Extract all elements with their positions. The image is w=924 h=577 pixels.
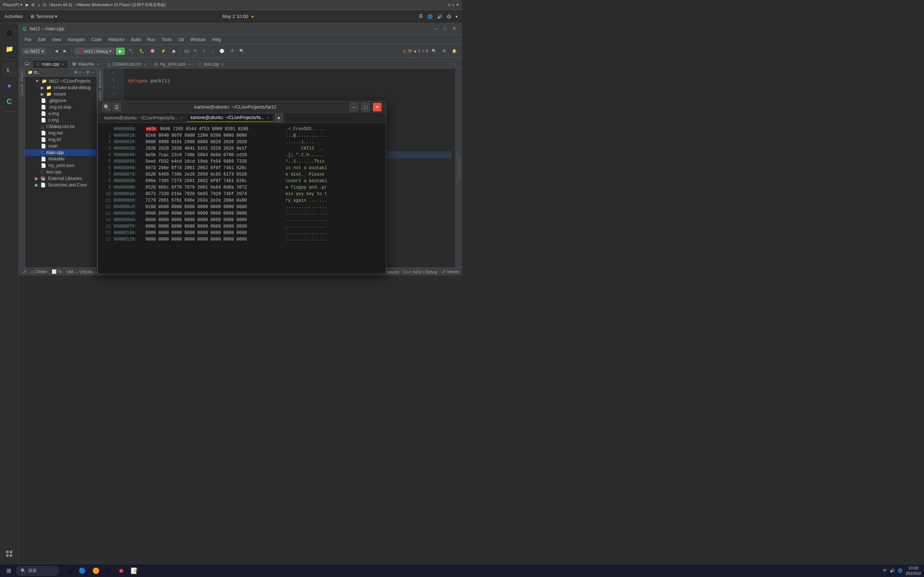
tab-makefile-close[interactable]: ✕ (96, 62, 99, 66)
tree-a-img[interactable]: 📄 a.img (25, 110, 97, 117)
dock-terminal[interactable]: $_ (2, 62, 16, 77)
terminal-tab-2[interactable]: kartone@ubuntu: ~/CLionProjects/fa... ✕ (187, 114, 273, 122)
lang-indicator[interactable]: 英 (419, 13, 423, 19)
git-search[interactable]: 🔍 (237, 48, 247, 55)
tab-more[interactable]: ⋮ (451, 61, 459, 68)
tab-asm[interactable]: ⊞ my_print.asm ✕ (150, 60, 195, 68)
menu-file[interactable]: File (22, 36, 34, 43)
terminal-maximize-btn[interactable]: □ (361, 103, 370, 111)
project-selector[interactable]: 🗂 fat12 ▾ (22, 48, 47, 55)
tab-test-close[interactable]: ✕ (221, 62, 224, 66)
git-rollback[interactable]: ↺ (228, 48, 236, 55)
menu-build[interactable]: Build (128, 36, 144, 43)
tab-test[interactable]: C test.cpp ✕ (195, 60, 228, 68)
terminal-menu-btn[interactable]: ☰ (112, 103, 121, 111)
git-update[interactable]: ✎ (192, 48, 199, 55)
close-btn[interactable]: ✕ (451, 26, 458, 31)
toolbar-settings[interactable]: ⚙ (440, 48, 448, 55)
tab-cmake[interactable]: △ CMakeLists.txt ✕ (103, 60, 150, 68)
dock-settings[interactable]: ⚙ (2, 26, 16, 40)
dock-files[interactable]: 📁 (2, 42, 16, 56)
tree-img-txt[interactable]: 📄 img.txt (25, 136, 97, 143)
debug-btn[interactable]: 🐛 (137, 48, 147, 55)
dock-chrome[interactable]: ● (2, 78, 16, 93)
menu-edit[interactable]: Edit (35, 36, 48, 43)
tree-fat12[interactable]: ▼ 📁 fat12 ~/CLionProjects (25, 78, 97, 84)
menu-run[interactable]: Run (144, 36, 158, 43)
tree-img-swp[interactable]: 📄 .img.txt.swp (25, 104, 97, 110)
scroll-indicator[interactable] (459, 157, 460, 179)
git-push[interactable]: ↑ (210, 48, 216, 55)
menu-navigate[interactable]: Navigate (65, 36, 88, 43)
git-icon[interactable]: ⎇ (22, 269, 26, 274)
toolbar-icon2[interactable]: ≡ (79, 70, 81, 75)
tab-main-cpp[interactable]: C main.cpp ✕ (32, 60, 68, 68)
menu-help[interactable]: Help (209, 36, 224, 43)
notifications[interactable]: 🔔 (450, 48, 459, 55)
terminal-tab-2-close[interactable]: ✕ (267, 116, 269, 120)
tab-cmake-close[interactable]: ✕ (143, 62, 146, 66)
terminal-content[interactable]: 00000000: eb3c 9046 7265 6544 4f53 0000 … (98, 123, 386, 274)
terminal-minimize-btn[interactable]: ─ (350, 103, 359, 111)
stop-btn[interactable]: ⏹ (170, 48, 178, 55)
toolbar-icon1[interactable]: ⊞ (74, 70, 77, 75)
coverage-btn[interactable]: 🎯 (148, 48, 157, 55)
terminal-tab-dropdown[interactable]: ▾ (275, 114, 283, 122)
tree-mount[interactable]: ▶ 📁 mount (25, 91, 97, 97)
tree-cmake-build[interactable]: ▶ 📁 cmake-build-debug (25, 84, 97, 91)
tab-makefile-icon: M (72, 62, 76, 67)
menu-icon[interactable]: ▾ (456, 14, 458, 19)
toolbar-icon3[interactable]: ↕ (82, 70, 85, 75)
git-commit[interactable]: ✓ (201, 48, 208, 55)
hex-bytes-0: eb3c 9046 7265 6544 4f53 0000 0201 0100 (145, 126, 283, 132)
toolbar-icon5[interactable]: ─ (91, 70, 94, 75)
dock-clion[interactable]: C (2, 94, 16, 108)
tree-ext-libs[interactable]: ▶ 📚 External Libraries (25, 175, 97, 182)
sidebar-toggle[interactable]: 🗂 (22, 58, 32, 68)
tree-cmake-lists[interactable]: △ CMakeLists.txt (25, 123, 97, 130)
project-label[interactable]: Project (19, 69, 24, 82)
terminal-btn[interactable]: 🖥 Terminal ▾ (30, 14, 57, 19)
activities-btn[interactable]: Activities (4, 14, 23, 19)
menu-view[interactable]: View (49, 36, 64, 43)
maximize-btn[interactable]: □ (442, 26, 448, 31)
terminal-search-btn[interactable]: 🔍 (102, 103, 111, 111)
run-button[interactable]: ▶ (116, 48, 125, 55)
terminal-btn[interactable]: ⬜ Te (52, 269, 62, 274)
tab-main-cpp-close[interactable]: ✕ (61, 62, 64, 66)
menu-code[interactable]: Code (89, 36, 105, 43)
tree-main-bin[interactable]: 📄 main (25, 143, 97, 149)
git-history[interactable]: 🕐 (217, 48, 227, 55)
minimize-btn[interactable]: ─ (433, 26, 439, 31)
tree-img-md[interactable]: 📄 img.md (25, 130, 97, 136)
tree-my-print[interactable]: 📄 my_print.asm (25, 162, 97, 169)
bookmarks-label[interactable]: Bookmarks (97, 69, 103, 89)
menu-window[interactable]: Window (187, 36, 208, 43)
tree-c-img[interactable]: 📄 c.img (25, 117, 97, 123)
menu-refactor[interactable]: Refactor (105, 36, 128, 43)
toolbar-icon4[interactable]: ⚙ (86, 70, 89, 75)
terminal-tab-1-close[interactable]: ✕ (180, 116, 183, 120)
menu-tools[interactable]: Tools (159, 36, 175, 43)
tab-asm-close[interactable]: ✕ (188, 62, 191, 66)
tree-scratches[interactable]: ▶ 📄 Scratches and Cons (25, 182, 97, 188)
commit-label[interactable]: Commit (19, 82, 24, 98)
hex-line-10: 10 000000a0: 6573 7320 616e 7920 6b65 79… (102, 191, 381, 197)
tree-test-cpp[interactable]: C test.cpp (25, 169, 97, 175)
cmake-btn[interactable]: △ CMake (31, 269, 47, 274)
tree-main-cpp[interactable]: C main.cpp (25, 149, 97, 156)
terminal-tab-1[interactable]: kartone@ubuntu: ~/CLionProjects/fa... ✕ (101, 114, 187, 121)
hex-line-0: 00000000: eb3c 9046 7265 6544 4f53 0000 … (102, 126, 381, 132)
toolbar-nav-back[interactable]: ◀ (53, 48, 60, 55)
terminal-close-btn[interactable]: ✕ (373, 103, 381, 111)
menu-git[interactable]: Git (175, 36, 187, 43)
build-btn[interactable]: 🔨 (126, 48, 136, 55)
tree-makefile[interactable]: 📄 Makefile (25, 156, 97, 162)
tree-gitignore[interactable]: 📄 .gitignore (25, 97, 97, 104)
vmware-player-btn[interactable]: Player(P) ▾ (3, 3, 23, 7)
toolbar-nav-forward[interactable]: ▶ (61, 48, 69, 55)
toolbar-search[interactable]: 🔍 (430, 48, 439, 55)
debug-config-selector[interactable]: 🐞 fat12 | Debug ▾ (75, 48, 115, 55)
profile-btn[interactable]: ⚡ (159, 48, 168, 55)
tab-makefile[interactable]: M Makefile ✕ (68, 60, 103, 68)
